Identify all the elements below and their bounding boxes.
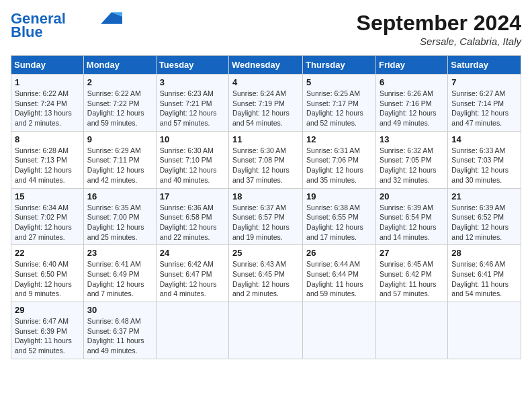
calendar-cell: 25Sunrise: 6:43 AMSunset: 6:45 PMDayligh…	[229, 245, 303, 302]
day-header-wednesday: Wednesday	[229, 56, 303, 75]
day-info: Sunrise: 6:34 AMSunset: 7:02 PMDaylight:…	[15, 203, 80, 242]
calendar-week-3: 15Sunrise: 6:34 AMSunset: 7:02 PMDayligh…	[11, 188, 521, 245]
location: Sersale, Calabria, Italy	[357, 36, 521, 47]
calendar-cell: 12Sunrise: 6:31 AMSunset: 7:06 PMDayligh…	[303, 131, 376, 188]
day-info: Sunrise: 6:23 AMSunset: 7:21 PMDaylight:…	[160, 89, 225, 128]
day-number: 21	[451, 191, 517, 201]
day-info: Sunrise: 6:31 AMSunset: 7:06 PMDaylight:…	[306, 146, 372, 185]
day-info: Sunrise: 6:37 AMSunset: 6:57 PMDaylight:…	[232, 203, 299, 242]
day-number: 19	[306, 191, 372, 201]
calendar-cell: 11Sunrise: 6:30 AMSunset: 7:08 PMDayligh…	[229, 131, 303, 188]
day-header-thursday: Thursday	[303, 56, 376, 75]
logo-icon	[101, 12, 122, 24]
calendar-cell: 5Sunrise: 6:25 AMSunset: 7:17 PMDaylight…	[303, 75, 376, 132]
calendar-week-5: 29Sunrise: 6:47 AMSunset: 6:39 PMDayligh…	[11, 302, 521, 359]
day-info: Sunrise: 6:39 AMSunset: 6:52 PMDaylight:…	[451, 203, 517, 242]
day-info: Sunrise: 6:48 AMSunset: 6:37 PMDaylight:…	[87, 316, 152, 356]
day-header-friday: Friday	[375, 56, 447, 75]
day-number: 30	[87, 305, 152, 315]
calendar-cell: 29Sunrise: 6:47 AMSunset: 6:39 PMDayligh…	[11, 302, 84, 359]
day-header-sunday: Sunday	[11, 56, 84, 75]
day-info: Sunrise: 6:25 AMSunset: 7:17 PMDaylight:…	[306, 89, 372, 128]
day-info: Sunrise: 6:26 AMSunset: 7:16 PMDaylight:…	[380, 89, 444, 128]
day-info: Sunrise: 6:30 AMSunset: 7:08 PMDaylight:…	[232, 146, 299, 185]
day-number: 15	[15, 191, 80, 201]
day-info: Sunrise: 6:32 AMSunset: 7:05 PMDaylight:…	[380, 146, 444, 185]
day-info: Sunrise: 6:36 AMSunset: 6:58 PMDaylight:…	[160, 203, 225, 242]
calendar-cell: 19Sunrise: 6:38 AMSunset: 6:55 PMDayligh…	[303, 188, 376, 245]
day-info: Sunrise: 6:28 AMSunset: 7:13 PMDaylight:…	[15, 146, 80, 185]
day-info: Sunrise: 6:43 AMSunset: 6:45 PMDaylight:…	[232, 259, 299, 299]
day-info: Sunrise: 6:38 AMSunset: 6:55 PMDaylight:…	[306, 203, 372, 242]
calendar-cell: 4Sunrise: 6:24 AMSunset: 7:19 PMDaylight…	[229, 75, 303, 132]
calendar-cell	[303, 302, 376, 359]
day-number: 25	[232, 248, 299, 258]
day-info: Sunrise: 6:22 AMSunset: 7:22 PMDaylight:…	[87, 89, 152, 128]
day-number: 22	[15, 248, 80, 258]
calendar-cell	[229, 302, 303, 359]
day-number: 20	[380, 191, 444, 201]
calendar-cell: 20Sunrise: 6:39 AMSunset: 6:54 PMDayligh…	[375, 188, 447, 245]
day-info: Sunrise: 6:45 AMSunset: 6:42 PMDaylight:…	[380, 259, 444, 299]
day-number: 9	[87, 134, 152, 144]
day-number: 7	[451, 77, 517, 87]
day-header-tuesday: Tuesday	[156, 56, 228, 75]
day-number: 24	[160, 248, 225, 258]
calendar-table: SundayMondayTuesdayWednesdayThursdayFrid…	[11, 55, 521, 359]
day-header-saturday: Saturday	[448, 56, 521, 75]
day-number: 12	[306, 134, 372, 144]
day-info: Sunrise: 6:44 AMSunset: 6:44 PMDaylight:…	[306, 259, 372, 299]
calendar-cell: 18Sunrise: 6:37 AMSunset: 6:57 PMDayligh…	[229, 188, 303, 245]
calendar-cell: 21Sunrise: 6:39 AMSunset: 6:52 PMDayligh…	[448, 188, 521, 245]
calendar-cell: 27Sunrise: 6:45 AMSunset: 6:42 PMDayligh…	[375, 245, 447, 302]
day-info: Sunrise: 6:39 AMSunset: 6:54 PMDaylight:…	[380, 203, 444, 242]
day-number: 27	[380, 248, 444, 258]
calendar-cell: 16Sunrise: 6:35 AMSunset: 7:00 PMDayligh…	[83, 188, 156, 245]
calendar-week-1: 1Sunrise: 6:22 AMSunset: 7:24 PMDaylight…	[11, 75, 521, 132]
calendar-cell: 26Sunrise: 6:44 AMSunset: 6:44 PMDayligh…	[303, 245, 376, 302]
day-number: 3	[160, 77, 225, 87]
day-number: 29	[15, 305, 80, 315]
day-info: Sunrise: 6:42 AMSunset: 6:47 PMDaylight:…	[160, 259, 225, 299]
day-number: 13	[380, 134, 444, 144]
day-number: 16	[87, 191, 152, 201]
calendar-cell: 7Sunrise: 6:27 AMSunset: 7:14 PMDaylight…	[448, 75, 521, 132]
calendar-week-4: 22Sunrise: 6:40 AMSunset: 6:50 PMDayligh…	[11, 245, 521, 302]
calendar-cell: 28Sunrise: 6:46 AMSunset: 6:41 PMDayligh…	[448, 245, 521, 302]
logo-blue-text: Blue	[11, 24, 43, 40]
day-number: 1	[15, 77, 80, 87]
calendar-cell: 10Sunrise: 6:30 AMSunset: 7:10 PMDayligh…	[156, 131, 228, 188]
day-info: Sunrise: 6:24 AMSunset: 7:19 PMDaylight:…	[232, 89, 299, 128]
calendar-cell	[448, 302, 521, 359]
calendar-cell: 8Sunrise: 6:28 AMSunset: 7:13 PMDaylight…	[11, 131, 84, 188]
day-number: 2	[87, 77, 152, 87]
calendar-cell: 24Sunrise: 6:42 AMSunset: 6:47 PMDayligh…	[156, 245, 228, 302]
day-info: Sunrise: 6:30 AMSunset: 7:10 PMDaylight:…	[160, 146, 225, 185]
calendar-header-row: SundayMondayTuesdayWednesdayThursdayFrid…	[11, 56, 521, 75]
day-info: Sunrise: 6:35 AMSunset: 7:00 PMDaylight:…	[87, 203, 152, 242]
calendar-cell: 13Sunrise: 6:32 AMSunset: 7:05 PMDayligh…	[375, 131, 447, 188]
day-number: 26	[306, 248, 372, 258]
day-number: 6	[380, 77, 444, 87]
calendar-cell: 6Sunrise: 6:26 AMSunset: 7:16 PMDaylight…	[375, 75, 447, 132]
day-number: 14	[451, 134, 517, 144]
calendar-cell: 3Sunrise: 6:23 AMSunset: 7:21 PMDaylight…	[156, 75, 228, 132]
calendar-cell	[375, 302, 447, 359]
day-number: 18	[232, 191, 299, 201]
day-info: Sunrise: 6:29 AMSunset: 7:11 PMDaylight:…	[87, 146, 152, 185]
day-header-monday: Monday	[83, 56, 156, 75]
day-info: Sunrise: 6:33 AMSunset: 7:03 PMDaylight:…	[451, 146, 517, 185]
title-block: September 2024 Sersale, Calabria, Italy	[357, 11, 521, 47]
month-title: September 2024	[357, 11, 521, 36]
day-number: 11	[232, 134, 299, 144]
day-number: 28	[451, 248, 517, 258]
calendar-cell: 15Sunrise: 6:34 AMSunset: 7:02 PMDayligh…	[11, 188, 84, 245]
calendar-cell	[156, 302, 228, 359]
calendar-cell: 2Sunrise: 6:22 AMSunset: 7:22 PMDaylight…	[83, 75, 156, 132]
logo: General Blue	[11, 11, 122, 40]
day-info: Sunrise: 6:27 AMSunset: 7:14 PMDaylight:…	[451, 89, 517, 128]
day-info: Sunrise: 6:46 AMSunset: 6:41 PMDaylight:…	[451, 259, 517, 299]
calendar-cell: 23Sunrise: 6:41 AMSunset: 6:49 PMDayligh…	[83, 245, 156, 302]
calendar-cell: 9Sunrise: 6:29 AMSunset: 7:11 PMDaylight…	[83, 131, 156, 188]
calendar-cell: 1Sunrise: 6:22 AMSunset: 7:24 PMDaylight…	[11, 75, 84, 132]
